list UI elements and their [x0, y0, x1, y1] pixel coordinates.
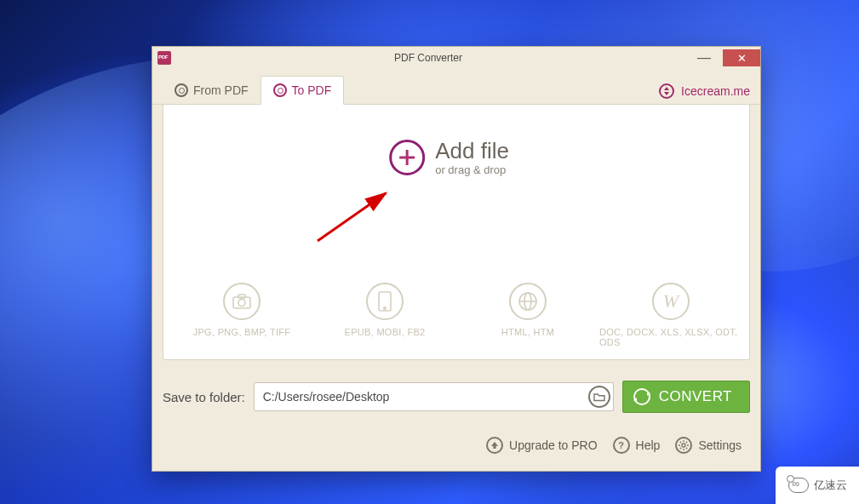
convert-button[interactable]: CONVERT	[622, 381, 750, 413]
help-icon: ?	[613, 437, 630, 454]
globe-icon	[509, 283, 547, 320]
upgrade-icon	[486, 437, 503, 454]
footer-label: Settings	[698, 438, 742, 452]
phone-icon	[366, 283, 404, 320]
save-to-folder-label: Save to folder:	[163, 390, 245, 404]
type-label: JPG, PNG, BMP, TIFF	[193, 327, 291, 337]
tab-label: From PDF	[193, 83, 249, 97]
titlebar: PDF Converter — ✕	[152, 47, 760, 69]
browse-folder-button[interactable]	[588, 386, 610, 408]
from-pdf-icon	[175, 83, 188, 97]
footer-row: Upgrade to PRO ? Help Settings	[152, 413, 760, 454]
svg-rect-9	[379, 292, 391, 311]
close-button[interactable]: ✕	[723, 49, 760, 66]
tab-label: To PDF	[292, 83, 332, 97]
convert-icon	[633, 388, 650, 405]
plus-icon	[389, 140, 425, 175]
path-input-wrap	[254, 382, 614, 411]
minimize-button[interactable]: —	[685, 50, 723, 66]
tab-from-pdf[interactable]: From PDF	[163, 77, 261, 104]
main-panel: Add file or drag & drop	[163, 105, 750, 360]
type-html[interactable]: HTML, HTM	[456, 283, 599, 347]
watermark-text: 亿速云	[814, 478, 847, 493]
convert-label: CONVERT	[659, 388, 732, 405]
brand-link[interactable]: Icecream.me	[681, 84, 750, 98]
svg-line-5	[318, 193, 386, 241]
document-w-icon: W	[652, 283, 690, 320]
svg-point-14	[682, 444, 685, 447]
type-ebook[interactable]: EPUB, MOBI, FB2	[313, 283, 456, 347]
annotation-arrow	[312, 188, 415, 239]
file-type-row: JPG, PNG, BMP, TIFF EPUB, MOBI, FB2 HTML…	[163, 283, 749, 347]
footer-label: Upgrade to PRO	[509, 438, 598, 452]
bottom-bar: Save to folder: CONVERT	[152, 360, 760, 413]
tab-row: From PDF To PDF Icecream.me	[152, 69, 760, 105]
add-file-title: Add file	[435, 139, 509, 163]
tab-to-pdf[interactable]: To PDF	[261, 76, 345, 105]
svg-marker-0	[664, 87, 669, 90]
svg-point-7	[238, 300, 245, 306]
brand-icon	[659, 83, 674, 99]
add-file-subtitle: or drag & drop	[435, 163, 509, 176]
watermark-icon	[788, 478, 809, 493]
svg-rect-8	[238, 295, 245, 298]
to-pdf-icon	[273, 83, 287, 97]
app-window: PDF Converter — ✕ From PDF To PDF Icecre…	[152, 46, 761, 472]
upgrade-button[interactable]: Upgrade to PRO	[486, 437, 598, 454]
brand-link-area: Icecream.me	[659, 83, 750, 104]
watermark: 亿速云	[776, 467, 859, 504]
type-image[interactable]: JPG, PNG, BMP, TIFF	[170, 283, 313, 347]
add-file-button[interactable]: Add file or drag & drop	[389, 139, 509, 176]
footer-label: Help	[636, 438, 661, 452]
camera-icon	[223, 283, 261, 320]
type-doc[interactable]: W DOC, DOCX, XLS, XLSX, ODT, ODS	[599, 283, 742, 347]
save-path-input[interactable]	[254, 382, 614, 411]
desktop-background: PDF Converter — ✕ From PDF To PDF Icecre…	[0, 0, 859, 504]
svg-marker-1	[664, 92, 669, 95]
svg-point-10	[384, 307, 387, 310]
gear-icon	[675, 437, 692, 454]
window-title: PDF Converter	[171, 52, 685, 64]
app-icon	[157, 51, 171, 65]
settings-button[interactable]: Settings	[675, 437, 742, 454]
type-label: HTML, HTM	[501, 327, 555, 337]
type-label: EPUB, MOBI, FB2	[345, 327, 426, 337]
help-button[interactable]: ? Help	[613, 437, 661, 454]
type-label: DOC, DOCX, XLS, XLSX, ODT, ODS	[599, 327, 742, 347]
